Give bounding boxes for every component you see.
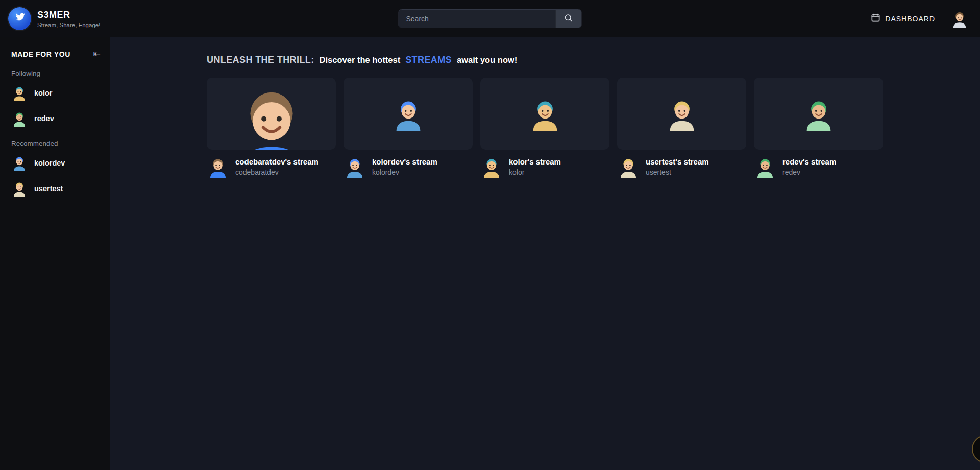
- sidebar-item-kolordev[interactable]: kolordev: [0, 150, 110, 176]
- app-root: S3MER Stream, Share, Engage!: [0, 0, 980, 470]
- main-content: UNLEASH THE THRILL: Discover the hottest…: [110, 37, 980, 470]
- stream-title[interactable]: kolordev's stream: [372, 157, 437, 166]
- stream-avatar: [665, 97, 699, 131]
- sidebar-item-redev[interactable]: redev: [0, 106, 110, 131]
- sidebar-item-label: kolor: [34, 89, 52, 97]
- headline-lead: UNLEASH THE THRILL:: [207, 55, 314, 65]
- streamer-username: codebaratdev: [235, 168, 318, 176]
- sidebar-item-usertest[interactable]: usertest: [0, 176, 110, 201]
- user-avatar: [11, 180, 28, 197]
- search-bar: [399, 9, 582, 28]
- top-navbar: S3MER Stream, Share, Engage!: [0, 0, 980, 37]
- sidebar-item-kolor[interactable]: kolor: [0, 80, 110, 106]
- sidebar-collapse-button[interactable]: ⇤: [92, 49, 102, 59]
- streamer-username: kolordev: [372, 168, 437, 176]
- stream-thumbnail[interactable]: [480, 78, 609, 150]
- user-avatar: [11, 155, 28, 171]
- stream-title[interactable]: redev's stream: [782, 157, 836, 166]
- user-menu-avatar[interactable]: [950, 10, 969, 28]
- streamer-username: redev: [782, 168, 836, 176]
- stream-thumbnail[interactable]: [617, 78, 746, 150]
- stream-card[interactable]: usertest's stream usertest: [617, 78, 746, 178]
- stream-avatar: [391, 97, 426, 131]
- sidebar-section-following: Following: [0, 69, 110, 77]
- stream-title[interactable]: usertest's stream: [646, 157, 709, 166]
- streamer-avatar: [207, 156, 229, 178]
- collapse-arrow-icon: ⇤: [93, 49, 101, 59]
- sidebar-item-label: redev: [34, 114, 54, 123]
- streamer-username: usertest: [646, 168, 709, 176]
- sidebar-section-recommended: Recommended: [0, 139, 110, 147]
- stream-thumbnail[interactable]: [754, 78, 883, 150]
- navbar-right: DASHBOARD: [871, 10, 972, 28]
- app-logo[interactable]: [8, 7, 31, 30]
- streamer-avatar: [480, 156, 503, 178]
- streamer-avatar: [754, 156, 776, 178]
- app-title: S3MER: [37, 10, 100, 20]
- bird-logo-icon: [13, 11, 27, 27]
- headline-streams-highlight: STREAMS: [405, 55, 452, 65]
- streamer-username: kolor: [509, 168, 561, 176]
- stream-avatar: [801, 97, 836, 131]
- headline-tail: await you now!: [457, 55, 517, 65]
- page-headline: UNLEASH THE THRILL: Discover the hottest…: [207, 55, 980, 65]
- sidebar-item-label: usertest: [34, 184, 63, 193]
- search-input[interactable]: [399, 10, 556, 28]
- stream-card[interactable]: kolordev's stream kolordev: [344, 78, 473, 178]
- stream-avatar: [223, 79, 320, 150]
- stream-card[interactable]: kolor's stream kolor: [480, 78, 609, 178]
- stream-card[interactable]: codebaratdev's stream codebaratdev: [207, 78, 336, 178]
- stream-title[interactable]: kolor's stream: [509, 157, 561, 166]
- dashboard-label: DASHBOARD: [885, 15, 935, 23]
- stream-title[interactable]: codebaratdev's stream: [235, 157, 318, 166]
- search-button[interactable]: [556, 10, 581, 28]
- streamer-avatar: [344, 156, 366, 178]
- dashboard-icon: [871, 13, 880, 25]
- stream-avatar: [528, 97, 562, 131]
- stream-thumbnail[interactable]: [207, 78, 336, 150]
- stream-card[interactable]: redev's stream redev: [754, 78, 883, 178]
- user-avatar: [11, 85, 28, 101]
- stream-thumbnail[interactable]: [344, 78, 473, 150]
- search-icon: [564, 13, 573, 24]
- sidebar: MADE FOR YOU ⇤ Following kolor redev Rec…: [0, 37, 110, 470]
- dashboard-link[interactable]: DASHBOARD: [871, 13, 935, 25]
- streamer-avatar: [617, 156, 640, 178]
- user-avatar: [11, 110, 28, 127]
- sidebar-item-label: kolordev: [34, 159, 65, 167]
- sidebar-title: MADE FOR YOU: [11, 50, 70, 58]
- headline-middle: Discover the hottest: [320, 55, 401, 65]
- app-tagline: Stream, Share, Engage!: [37, 22, 100, 28]
- brand[interactable]: S3MER Stream, Share, Engage!: [8, 7, 100, 30]
- stream-card-grid: codebaratdev's stream codebaratdev kolor…: [207, 78, 980, 178]
